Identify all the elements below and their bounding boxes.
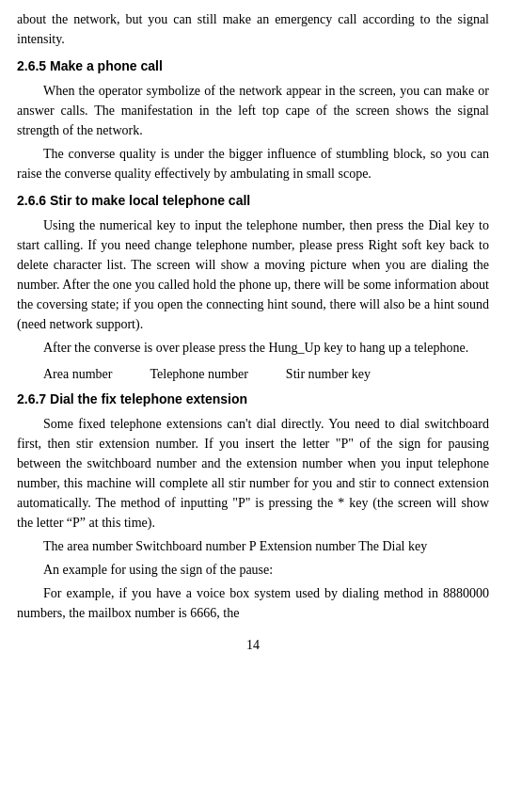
- section-body-2-6-5: When the operator symbolize of the netwo…: [17, 81, 489, 183]
- area-number-label: Area number: [43, 367, 112, 382]
- section-body-2-6-6: Using the numerical key to input the tel…: [17, 215, 489, 358]
- section-2-6-7: 2.6.7 Dial the fix telephone extension S…: [17, 391, 489, 623]
- section-2-6-7-para-2: The area number Switchboard number P Ext…: [17, 536, 489, 556]
- intro-paragraph: about the network, but you can still mak…: [17, 9, 489, 49]
- page-number: 14: [17, 638, 489, 653]
- section-2-6-7-para-1: Some fixed telephone extensions can't di…: [17, 414, 489, 533]
- section-2-6-5: 2.6.5 Make a phone call When the operato…: [17, 58, 489, 183]
- section-2-6-7-para-3: An example for using the sign of the pau…: [17, 560, 489, 580]
- section-2-6-5-para-2: The converse quality is under the bigger…: [17, 144, 489, 183]
- section-2-6-5-para-1: When the operator symbolize of the netwo…: [17, 81, 489, 140]
- stir-number-label: Stir number key: [286, 367, 371, 382]
- section-heading-2-6-7: 2.6.7 Dial the fix telephone extension: [17, 391, 489, 406]
- section-heading-2-6-6: 2.6.6 Stir to make local telephone call: [17, 193, 489, 208]
- section-2-6-6-para-2: After the converse is over please press …: [17, 338, 489, 358]
- section-2-6-7-para-4: For example, if you have a voice box sys…: [17, 583, 489, 623]
- section-2-6-6-para-1: Using the numerical key to input the tel…: [17, 215, 489, 334]
- page-content: about the network, but you can still mak…: [17, 9, 489, 653]
- section-body-2-6-7: Some fixed telephone extensions can't di…: [17, 414, 489, 623]
- section-heading-2-6-5: 2.6.5 Make a phone call: [17, 58, 489, 73]
- telephone-number-label: Telephone number: [150, 367, 247, 382]
- section-2-6-6: 2.6.6 Stir to make local telephone call …: [17, 193, 489, 382]
- area-line: Area number Telephone number Stir number…: [43, 367, 489, 382]
